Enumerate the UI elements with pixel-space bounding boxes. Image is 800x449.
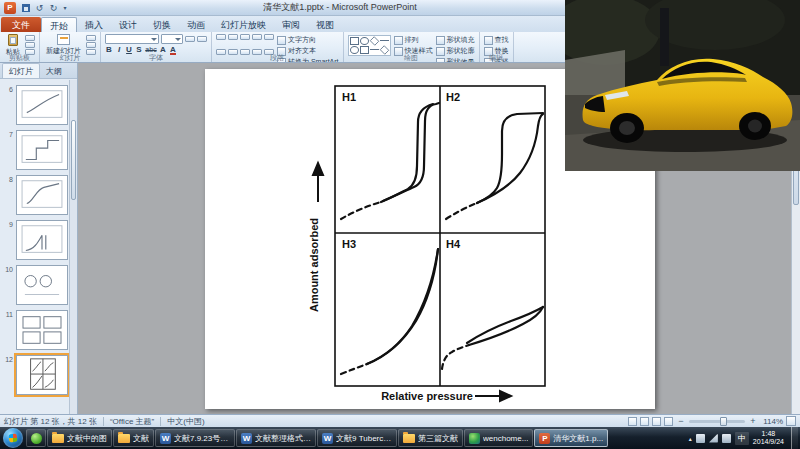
editing-group-label: 编辑 [480,53,513,62]
shape-rect-icon[interactable] [350,37,359,45]
taskbar-clock[interactable]: 1:48 2014/9/24 [753,430,784,446]
text-direction-button[interactable]: 文字方向 [277,35,339,45]
pinned-app-button[interactable] [26,429,46,447]
show-desktop-button[interactable] [791,427,798,449]
thumbnail-list: 6 7 8 9 10 11 [0,80,69,414]
slide-thumbnail[interactable]: 9 [0,220,68,260]
folder-icon [52,434,64,443]
grow-font-icon[interactable] [185,36,195,42]
tab-design[interactable]: 设计 [111,17,145,32]
taskbar-word-window[interactable]: W 文献9 Tuberc 1... [317,429,397,447]
panel-label-h2: H2 [446,91,460,103]
reading-view-button[interactable] [652,417,661,426]
zoom-slider[interactable] [689,420,745,423]
fit-to-window-button[interactable] [786,416,796,426]
statusbar: 幻灯片 第 12 张，共 12 张 “Office 主题” 中文(中国) − +… [0,414,800,427]
arrange-button[interactable]: 排列 [394,35,433,45]
slides-panel: 幻灯片 大纲 6 7 8 9 10 [0,63,78,414]
slide-thumbnail[interactable]: 8 [0,175,68,215]
tray-expand-icon[interactable]: ▴ [689,435,692,442]
shape-diamond-icon[interactable] [369,36,379,46]
taskbar-folder-window[interactable]: 第三篇文献 [398,429,463,447]
slide-thumbnail-selected[interactable]: 12 [0,355,68,395]
tab-review[interactable]: 审阅 [274,17,308,32]
taskbar-folder-window[interactable]: 文献 [113,429,154,447]
group-drawing: 排列 快速样式 形状填充 形状轮廓 形状效果 绘图 [344,32,480,62]
clipboard-group-label: 剪贴板 [0,53,39,62]
taskbar: 文献中的图 文献 W 文献7.9.23号文... W 文献整理格式文... W … [0,427,800,449]
theme-name[interactable]: “Office 主题” [110,416,154,427]
volume-icon[interactable] [722,434,731,443]
panel-scrollbar[interactable] [69,80,77,414]
tab-animations[interactable]: 动画 [179,17,213,32]
bullets-icon[interactable] [216,34,226,40]
language-indicator[interactable]: 中文(中国) [167,416,204,427]
paste-icon [8,34,18,46]
zoom-percent[interactable]: 114% [761,417,783,426]
network-icon[interactable] [709,434,718,443]
qat-customize-dropdown[interactable]: ▾ [61,1,69,14]
group-clipboard: 粘贴 剪贴板 [0,32,40,62]
powerpoint-app-icon: P [4,2,16,14]
panel-scrollbar-thumb[interactable] [71,120,76,200]
undo-button[interactable]: ↺ [33,1,46,14]
slide-sorter-button[interactable] [640,417,649,426]
tab-file[interactable]: 文件 [1,17,41,32]
save-icon [22,4,30,12]
panel-tab-outline[interactable]: 大纲 [40,64,68,78]
tab-insert[interactable]: 插入 [77,17,111,32]
slide-number: 12 [0,355,13,395]
increase-indent-icon[interactable] [252,34,262,40]
group-slides: 新建幻灯片 幻灯片 [40,32,101,62]
slide-counter: 幻灯片 第 12 张，共 12 张 [4,416,97,427]
tab-transitions[interactable]: 切换 [145,17,179,32]
slideshow-button[interactable] [664,417,673,426]
slide-thumbnail[interactable]: 6 [0,85,68,125]
layout-icon[interactable] [86,35,96,41]
taskbar-word-window[interactable]: W 文献7.9.23号文... [155,429,235,447]
find-button[interactable]: 查找 [484,35,509,45]
taskbar-word-window[interactable]: W 文献整理格式文... [236,429,316,447]
taskbar-button-label: 文献整理格式文... [255,433,311,444]
start-button[interactable] [3,428,23,448]
zoom-slider-thumb[interactable] [720,417,727,426]
taskbar-folder-window[interactable]: 文献中的图 [47,429,112,447]
redo-button[interactable]: ↻ [47,1,60,14]
group-editing: 查找 替换 选择 编辑 [480,32,514,62]
taskbar-button-label: 第三篇文献 [418,433,458,444]
slides-group-label: 幻灯片 [40,53,100,62]
slide-number: 9 [0,220,13,260]
line-spacing-icon[interactable] [264,34,274,40]
zoom-in-button[interactable]: + [748,417,758,426]
normal-view-button[interactable] [628,417,637,426]
shape-circle-icon[interactable] [360,37,369,45]
slide-thumbnail[interactable]: 7 [0,130,68,170]
panel-tab-slides[interactable]: 幻灯片 [2,63,40,78]
tab-home[interactable]: 开始 [41,17,77,32]
taskbar-button-label: 文献中的图 [67,433,107,444]
taskbar-powerpoint-window-active[interactable]: P 清华文献1.p... [534,429,608,447]
reset-icon[interactable] [86,42,96,48]
window-title: 清华文献1.pptx - Microsoft PowerPoint [120,1,560,14]
save-button[interactable] [19,1,32,14]
paragraph-group-label: 段落 [212,53,343,62]
panel-label-h1: H1 [342,91,356,103]
copy-icon[interactable] [25,42,35,48]
slide-thumbnail[interactable]: 10 [0,265,68,305]
drawing-group-label: 绘图 [344,53,479,62]
decrease-indent-icon[interactable] [240,34,250,40]
shrink-font-icon[interactable] [197,36,207,42]
zoom-out-button[interactable]: − [676,417,686,426]
numbering-icon[interactable] [228,34,238,40]
tab-view[interactable]: 视图 [308,17,342,32]
taskbar-browser-window[interactable]: wenchome... [464,429,533,447]
tab-slideshow[interactable]: 幻灯片放映 [213,17,274,32]
action-center-icon[interactable] [696,434,705,443]
font-size-combobox[interactable] [161,34,183,44]
cut-icon[interactable] [25,35,35,41]
shape-fill-button[interactable]: 形状填充 [436,35,475,45]
ime-language-icon[interactable]: 中 [735,432,749,445]
slide-thumbnail[interactable]: 11 [0,310,68,350]
video-player-overlay[interactable] [565,0,800,171]
font-name-combobox[interactable] [105,34,159,44]
